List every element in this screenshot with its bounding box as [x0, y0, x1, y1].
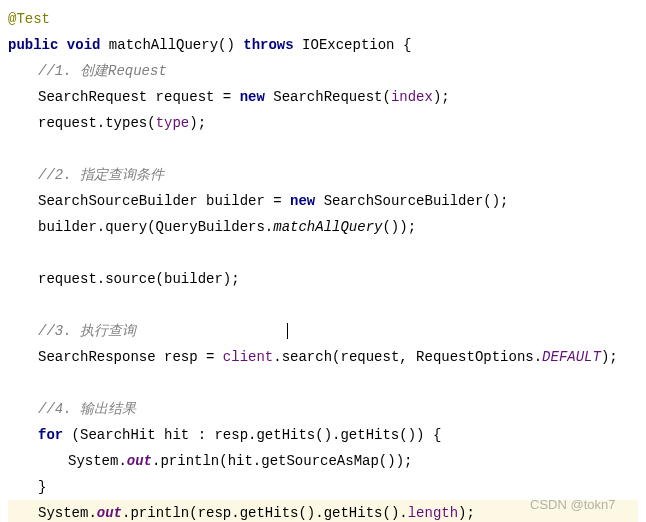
code-line: System.out.println(hit.getSourceAsMap())…: [8, 448, 638, 474]
code: }: [38, 479, 46, 495]
kw-for: for: [38, 427, 63, 443]
code-line: builder.query(QueryBuilders.matchAllQuer…: [8, 214, 638, 240]
blank-line: [8, 136, 638, 162]
text-cursor: [287, 323, 288, 339]
code: System.: [38, 505, 97, 521]
kw-void: void: [67, 37, 101, 53]
code: .println(hit.getSourceAsMap());: [152, 453, 412, 469]
comment: //4. 输出结果: [38, 401, 136, 417]
field-type: type: [156, 115, 190, 131]
code: SearchSourceBuilder builder =: [38, 193, 290, 209]
field-client: client: [223, 349, 273, 365]
code-line: request.source(builder);: [8, 266, 638, 292]
code: );: [433, 89, 450, 105]
code-line-comment: //3. 执行查询: [8, 318, 638, 344]
kw-throws: throws: [243, 37, 293, 53]
code: SearchSourceBuilder();: [315, 193, 508, 209]
code: SearchRequest request =: [38, 89, 240, 105]
code: .search(request, RequestOptions.: [273, 349, 542, 365]
code-line: SearchRequest request = new SearchReques…: [8, 84, 638, 110]
code-line: for (SearchHit hit : resp.getHits().getH…: [8, 422, 638, 448]
method-name: matchAllQuery(): [100, 37, 243, 53]
code: request.source(builder);: [38, 271, 240, 287]
blank-line: [8, 292, 638, 318]
field-length: length: [408, 505, 458, 521]
watermark: CSDN @tokn7: [530, 492, 615, 518]
code: );: [458, 505, 475, 521]
kw-new: new: [290, 193, 315, 209]
code-block: @Test public void matchAllQuery() throws…: [8, 6, 638, 522]
comment: //2. 指定查询条件: [38, 167, 164, 183]
field-index: index: [391, 89, 433, 105]
code: ());: [382, 219, 416, 235]
code: .println(resp.getHits().getHits().: [122, 505, 408, 521]
code-line: SearchSourceBuilder builder = new Search…: [8, 188, 638, 214]
constant-default: DEFAULT: [542, 349, 601, 365]
code: (SearchHit hit : resp.getHits().getHits(…: [63, 427, 441, 443]
code: );: [189, 115, 206, 131]
code-line: request.types(type);: [8, 110, 638, 136]
code-line-comment: //2. 指定查询条件: [8, 162, 638, 188]
field-out: out: [97, 505, 122, 521]
annotation-test: @Test: [8, 11, 50, 27]
code-line-method-sig: public void matchAllQuery() throws IOExc…: [8, 32, 638, 58]
code: SearchResponse resp =: [38, 349, 223, 365]
code-line-comment: //4. 输出结果: [8, 396, 638, 422]
kw-new: new: [240, 89, 265, 105]
field-out: out: [127, 453, 152, 469]
blank-line: [8, 370, 638, 396]
exception: IOException {: [294, 37, 412, 53]
blank-line: [8, 240, 638, 266]
method-matchallquery: matchAllQuery: [273, 219, 382, 235]
kw-public: public: [8, 37, 58, 53]
code-line-comment: //1. 创建Request: [8, 58, 638, 84]
code-line: SearchResponse resp = client.search(requ…: [8, 344, 638, 370]
comment: //1. 创建Request: [38, 63, 167, 79]
code-line-annotation: @Test: [8, 6, 638, 32]
code: builder.query(QueryBuilders.: [38, 219, 273, 235]
code: System.: [68, 453, 127, 469]
code: SearchRequest(: [265, 89, 391, 105]
code: );: [601, 349, 618, 365]
comment: //3. 执行查询: [38, 323, 136, 339]
code: request.types(: [38, 115, 156, 131]
